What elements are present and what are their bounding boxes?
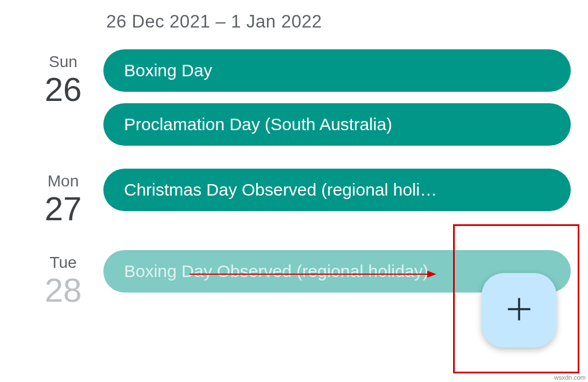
day-label[interactable]: Sun 26 (23, 49, 103, 146)
day-label[interactable]: Mon 27 (23, 169, 103, 227)
day-number: 28 (23, 272, 103, 309)
day-label[interactable]: Tue 28 (23, 250, 103, 309)
events-container: Boxing Day Proclamation Day (South Austr… (103, 49, 588, 146)
weekday-label: Tue (23, 254, 103, 272)
day-section-sun: Sun 26 Boxing Day Proclamation Day (Sout… (0, 49, 588, 146)
day-number: 27 (23, 190, 103, 227)
weekday-label: Mon (23, 172, 103, 190)
weekday-label: Sun (23, 53, 103, 71)
watermark-text: wsxdn.com (554, 374, 586, 381)
add-event-button[interactable] (482, 273, 556, 348)
event-boxing-day[interactable]: Boxing Day (103, 49, 571, 92)
plus-icon (504, 294, 534, 326)
events-container: Christmas Day Observed (regional holi… (103, 169, 588, 227)
date-range-header: 26 Dec 2021 – 1 Jan 2022 (0, 0, 588, 49)
day-section-mon: Mon 27 Christmas Day Observed (regional … (0, 169, 588, 227)
event-proclamation-day[interactable]: Proclamation Day (South Australia) (103, 103, 571, 146)
day-number: 26 (23, 71, 103, 108)
event-christmas-observed[interactable]: Christmas Day Observed (regional holi… (103, 169, 571, 211)
